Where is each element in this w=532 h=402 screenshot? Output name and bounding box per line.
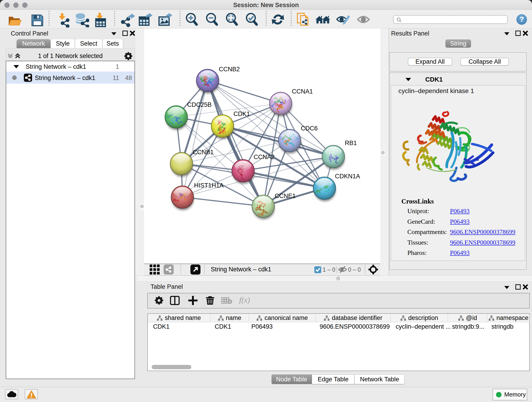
svg-text:CCNB1: CCNB1	[193, 149, 214, 156]
svg-text:HIST1H1A: HIST1H1A	[194, 182, 224, 189]
svg-text:CDC25B: CDC25B	[187, 101, 212, 108]
svg-text:CCNA1: CCNA1	[292, 88, 313, 95]
svg-text:?: ?	[519, 15, 524, 23]
svg-text:CDKN1A: CDKN1A	[335, 173, 360, 180]
svg-text:CCNA2: CCNA2	[254, 153, 275, 160]
svg-text:CDC6: CDC6	[301, 125, 318, 132]
svg-text:RB1: RB1	[345, 140, 357, 147]
svg-text:CCNB2: CCNB2	[219, 66, 240, 73]
svg-text:CDK1: CDK1	[234, 110, 250, 117]
svg-text:CCNE1: CCNE1	[275, 192, 296, 199]
